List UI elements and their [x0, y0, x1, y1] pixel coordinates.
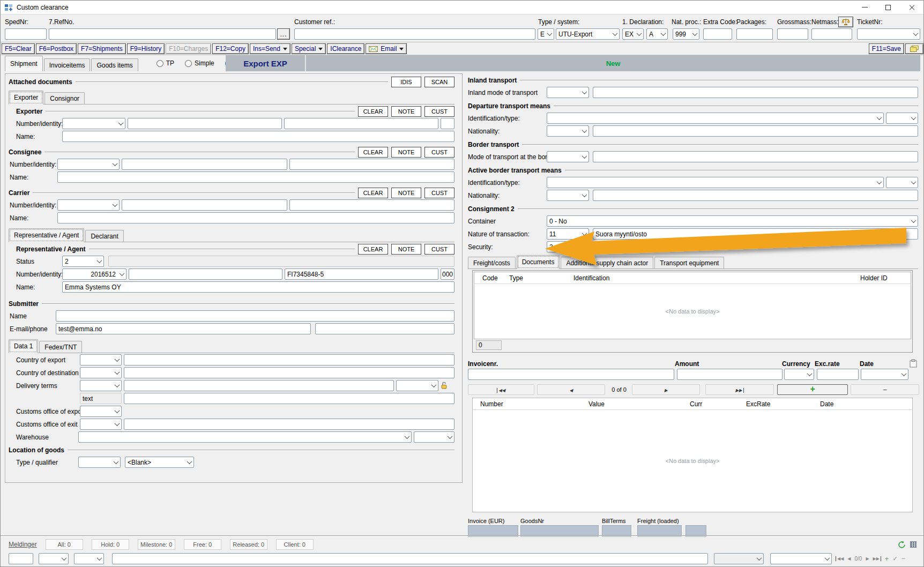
- status-code-input[interactable]: [9, 553, 33, 564]
- special-button[interactable]: Special: [292, 43, 326, 54]
- exporter-clear-button[interactable]: CLEAR: [358, 106, 388, 117]
- exporter-vat-input[interactable]: [284, 118, 438, 129]
- container-select[interactable]: 0 - No: [547, 215, 918, 227]
- carrier-name-input[interactable]: [57, 212, 454, 223]
- consignee-cust-button[interactable]: CUST: [424, 147, 454, 158]
- email-button[interactable]: Email: [366, 43, 407, 54]
- counter-free[interactable]: Free: 0: [184, 539, 221, 550]
- nav-prev-button[interactable]: [537, 384, 605, 395]
- security-select[interactable]: 2: [547, 241, 589, 252]
- tab-declarant[interactable]: Declarant: [85, 230, 123, 242]
- tab-shipment[interactable]: Shipment: [5, 56, 43, 71]
- delivery-place-select[interactable]: [396, 380, 438, 391]
- shipments-button[interactable]: F7=Shipments: [78, 43, 126, 54]
- nature-text-input[interactable]: Suora myynti/osto: [593, 228, 918, 240]
- counter-hold[interactable]: Hold: 0: [92, 539, 129, 550]
- save-button[interactable]: F11=Save: [869, 43, 904, 54]
- carrier-clear-button[interactable]: CLEAR: [358, 188, 388, 198]
- bottom-nav-add[interactable]: +: [885, 555, 889, 563]
- status-select[interactable]: 2: [62, 256, 104, 267]
- exporter-suffix-input[interactable]: [441, 118, 454, 129]
- bottom-nav-last[interactable]: [873, 556, 881, 561]
- tab-supply-chain-actor[interactable]: Additional supply chain actor: [561, 257, 653, 268]
- nav-first-button[interactable]: [468, 384, 534, 395]
- radio-tp[interactable]: TP: [157, 59, 174, 67]
- remove-invoice-button[interactable]: [851, 384, 919, 395]
- amount-input[interactable]: [677, 369, 783, 380]
- delivery-terms-input[interactable]: [124, 380, 394, 391]
- consignee-vat-input[interactable]: [289, 159, 455, 170]
- office-exit-select[interactable]: [80, 419, 122, 430]
- counter-all[interactable]: All: 0: [46, 539, 83, 550]
- active-type-select[interactable]: [886, 177, 918, 188]
- tab-transport-equipment[interactable]: Transport equipment: [654, 257, 724, 268]
- tab-goods-items[interactable]: Goods items: [91, 58, 138, 71]
- bottom-nav-next[interactable]: [866, 556, 869, 561]
- country-dest-select[interactable]: [80, 367, 122, 378]
- rep-note-button[interactable]: NOTE: [391, 244, 421, 255]
- system-select[interactable]: UTU-Export: [556, 28, 620, 40]
- office-export-select[interactable]: [80, 406, 122, 417]
- departure-ident-select[interactable]: [547, 113, 884, 124]
- border-mode-select[interactable]: [547, 151, 589, 162]
- refno-input[interactable]: [49, 28, 276, 40]
- invoicenr-input[interactable]: [468, 369, 674, 380]
- status-message-input[interactable]: [112, 553, 708, 564]
- carrier-id-input[interactable]: [122, 199, 287, 211]
- warehouse-type-select[interactable]: [414, 431, 454, 443]
- country-export-select[interactable]: [80, 354, 122, 365]
- inland-mode-input[interactable]: [593, 87, 918, 98]
- counter-released[interactable]: Released: 0: [230, 539, 267, 550]
- nav-last-button[interactable]: [705, 384, 774, 395]
- refresh-icon[interactable]: [898, 541, 906, 549]
- maximize-button[interactable]: [876, 1, 900, 14]
- copy-button[interactable]: F12=Copy: [212, 43, 249, 54]
- border-mode-input[interactable]: [593, 151, 918, 162]
- consignee-name-input[interactable]: [57, 171, 454, 183]
- status-select-2[interactable]: [74, 553, 104, 564]
- type-select[interactable]: E: [538, 28, 554, 40]
- warehouse-select[interactable]: [78, 431, 412, 443]
- scale-button[interactable]: [838, 17, 853, 27]
- idis-button[interactable]: IDIS: [391, 77, 421, 87]
- exporter-name-input[interactable]: [62, 131, 454, 142]
- refno-browse-button[interactable]: ...: [277, 28, 290, 40]
- scan-button[interactable]: SCAN: [424, 77, 454, 87]
- meldinger-link[interactable]: Meldinger: [9, 541, 37, 548]
- clear-button[interactable]: F5=Clear: [2, 43, 35, 54]
- active-nationality-input[interactable]: [593, 190, 918, 201]
- status-select-3[interactable]: [714, 553, 764, 564]
- carrier-number-select[interactable]: [57, 199, 120, 211]
- active-nationality-select[interactable]: [547, 190, 589, 201]
- departure-nationality-input[interactable]: [593, 125, 918, 137]
- packages-input[interactable]: [736, 28, 773, 40]
- add-invoice-button[interactable]: [777, 384, 848, 395]
- carrier-cust-button[interactable]: CUST: [424, 188, 454, 198]
- consignee-number-select[interactable]: [57, 159, 120, 170]
- carrier-note-button[interactable]: NOTE: [391, 188, 421, 198]
- submitter-phone-input[interactable]: [315, 323, 454, 334]
- tab-fedex-tnt[interactable]: Fedex/TNT: [39, 341, 82, 353]
- exporter-id-input[interactable]: [128, 118, 282, 129]
- postbox-button[interactable]: F6=Postbox: [36, 43, 77, 54]
- currency-select[interactable]: [784, 369, 814, 380]
- status-select-4[interactable]: [770, 553, 832, 564]
- radio-simple[interactable]: Simple: [185, 59, 214, 67]
- rep-vat-input[interactable]: FI7345848-5: [285, 268, 438, 280]
- lock-icon[interactable]: [441, 382, 448, 390]
- departure-nationality-select[interactable]: [547, 125, 589, 137]
- counter-client[interactable]: Client: 0: [276, 539, 314, 550]
- iclearance-button[interactable]: IClearance: [327, 43, 364, 54]
- nav-next-button[interactable]: [632, 384, 700, 395]
- country-dest-input[interactable]: [124, 367, 454, 378]
- ticketnr-input[interactable]: [857, 28, 920, 40]
- spednr-input[interactable]: [5, 28, 47, 40]
- tab-data1[interactable]: Data 1: [9, 339, 38, 353]
- delivery-terms-select[interactable]: [80, 380, 122, 391]
- bottom-nav-remove[interactable]: −: [901, 555, 905, 562]
- invoice-grid[interactable]: Number Value Curr ExcRate Date <No data …: [472, 398, 913, 512]
- rep-cust-button[interactable]: CUST: [424, 244, 454, 255]
- submitter-name-input[interactable]: [56, 310, 454, 322]
- customer-ref-input[interactable]: [294, 28, 535, 40]
- minimize-button[interactable]: [853, 1, 876, 14]
